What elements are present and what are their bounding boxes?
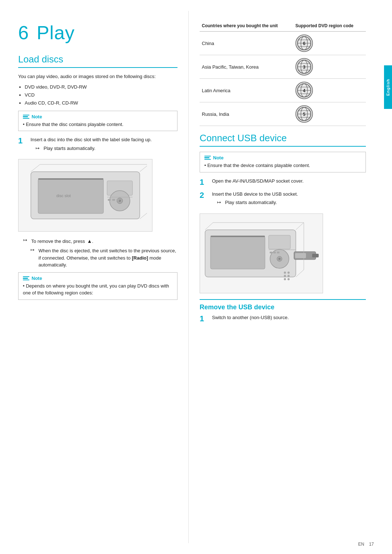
svg-rect-47 xyxy=(211,236,265,237)
svg-point-29 xyxy=(297,84,311,97)
usb-step-2: 2 Insert the USB device to the USB socke… xyxy=(200,191,366,208)
usb-step-number-1: 1 xyxy=(200,178,208,187)
note-label-2: Note xyxy=(32,276,42,281)
country-cell: China xyxy=(200,32,293,55)
svg-line-12 xyxy=(31,164,40,172)
svg-text:3: 3 xyxy=(303,65,305,70)
list-item: VCD xyxy=(25,91,177,99)
section-connect-usb: Connect USB device xyxy=(200,133,366,147)
svg-point-30 xyxy=(301,84,307,97)
section-load-discs: Load discs xyxy=(18,54,177,68)
svg-rect-10 xyxy=(117,199,119,201)
remove-usb-step-content-1: Switch to another (non-USB) source. xyxy=(212,314,366,321)
region-code-cell: 5 xyxy=(293,102,366,126)
svg-rect-54 xyxy=(295,253,306,258)
table-col1-header: Countries where you bought the unit xyxy=(200,22,293,32)
remove-usb-step-1: 1 Switch to another (non-USB) source. xyxy=(200,314,366,323)
svg-point-18 xyxy=(301,37,307,50)
svg-text:4: 4 xyxy=(303,88,305,93)
svg-line-56 xyxy=(296,223,304,230)
svg-point-17 xyxy=(297,37,311,50)
svg-rect-1 xyxy=(38,179,103,213)
region-code-cell: 4 xyxy=(293,79,366,102)
svg-rect-49 xyxy=(270,252,272,253)
page-number: 6 xyxy=(18,22,29,44)
svg-line-13 xyxy=(140,164,147,172)
page: English 6 Play Load discs You can play v… xyxy=(0,0,392,554)
footer-lang: EN xyxy=(358,542,364,547)
region-code-cell: 6 xyxy=(293,32,366,55)
svg-point-62 xyxy=(284,275,286,277)
country-cell: Russia, India xyxy=(200,102,293,126)
svg-rect-9 xyxy=(112,199,115,201)
eject-sub-text: When the disc is ejected, the unit switc… xyxy=(38,247,177,269)
usb-device-svg xyxy=(201,215,321,292)
svg-point-61 xyxy=(287,272,290,274)
svg-rect-8 xyxy=(108,199,111,201)
step1-arrow-text: Play starts automatically. xyxy=(44,145,95,152)
remove-usb-step-number-1: 1 xyxy=(200,314,208,323)
svg-point-64 xyxy=(284,278,286,280)
svg-point-35 xyxy=(297,107,311,121)
svg-line-59 xyxy=(296,270,304,277)
region-code-globe-3: 3 xyxy=(295,58,313,76)
usb-step-content-1: Open the AV-IN/USB/SD/MAP socket cover. xyxy=(212,178,366,185)
note-text-1: • Ensure that the disc contains playable… xyxy=(23,121,173,128)
svg-point-60 xyxy=(284,272,286,274)
region-code-globe-6: 6 xyxy=(295,34,313,52)
note-icon-usb xyxy=(204,156,211,160)
svg-rect-6 xyxy=(38,178,103,180)
table-row: China 6 xyxy=(200,32,366,55)
svg-rect-50 xyxy=(273,252,276,253)
table-col2-header: Supported DVD region code xyxy=(293,22,366,32)
svg-rect-53 xyxy=(312,254,319,257)
country-cell: Latin America xyxy=(200,79,293,102)
note-box-1: Note • Ensure that the disc contains pla… xyxy=(18,111,177,131)
svg-text:6: 6 xyxy=(303,41,305,46)
note-header-2: Note xyxy=(23,276,173,281)
section-divider xyxy=(200,299,366,300)
note-icon-1 xyxy=(23,115,29,119)
svg-rect-51 xyxy=(277,252,279,253)
footer-page: 17 xyxy=(369,542,374,547)
svg-text:disc slot: disc slot xyxy=(56,194,71,198)
list-item: Audio CD, CD-R, CD-RW xyxy=(25,99,177,107)
note-text-2: • Depends on where you bought the unit, … xyxy=(23,282,173,297)
usb-step2-arrow: ↦ Play starts automatically. xyxy=(217,199,366,206)
step1-arrow: ↦ Play starts automatically. xyxy=(36,145,177,152)
right-column: Countries where you bought the unit Supp… xyxy=(189,11,384,543)
region-code-cell: 3 xyxy=(293,55,366,79)
country-cell: Asia Pacific, Taiwan, Korea xyxy=(200,55,293,79)
side-tab: English xyxy=(384,65,392,109)
note-header-1: Note xyxy=(23,114,173,119)
section-remove-usb: Remove the USB device xyxy=(200,304,366,311)
remove-disc-text: To remove the disc, press ▲. xyxy=(31,237,93,245)
usb-illustration xyxy=(200,213,323,293)
step-number-1: 1 xyxy=(18,136,27,146)
svg-point-46 xyxy=(278,258,281,260)
svg-point-36 xyxy=(301,107,307,121)
note-label-1: Note xyxy=(32,114,42,119)
svg-rect-43 xyxy=(269,235,290,249)
note-icon-2 xyxy=(23,276,29,281)
side-tab-label: English xyxy=(386,79,390,96)
svg-line-55 xyxy=(205,223,213,230)
note-text-usb: • Ensure that the device contains playab… xyxy=(204,162,361,169)
usb-step-content-2: Insert the USB device to the USB socket.… xyxy=(212,191,366,208)
usb-step-number-2: 2 xyxy=(200,191,208,200)
step-content-1: Insert a disc into the disc slot with th… xyxy=(30,136,177,153)
note-header-usb: Note xyxy=(204,155,361,160)
region-code-globe-5: 5 xyxy=(295,105,313,123)
svg-text:5: 5 xyxy=(303,112,305,117)
svg-point-63 xyxy=(287,275,290,277)
svg-point-23 xyxy=(297,60,311,74)
svg-point-65 xyxy=(287,278,290,280)
note-label-usb: Note xyxy=(213,155,224,160)
dvd-illustration: disc slot xyxy=(18,159,152,232)
svg-point-24 xyxy=(301,60,307,74)
load-discs-body: You can play video, audio or images stor… xyxy=(18,73,177,80)
table-row: Latin America 4 xyxy=(200,79,366,102)
load-step-1: 1 Insert a disc into the disc slot with … xyxy=(18,136,177,153)
region-table: Countries where you bought the unit Supp… xyxy=(200,22,366,126)
note-box-usb: Note • Ensure that the device contains p… xyxy=(200,152,366,172)
